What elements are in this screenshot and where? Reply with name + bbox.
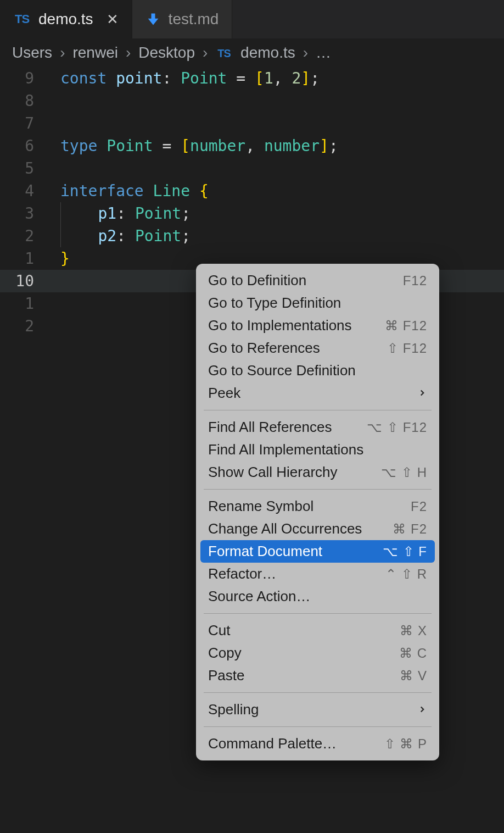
menu-item-label: Command Palette… [208, 735, 337, 752]
menu-item-label: Go to Source Definition [208, 362, 356, 379]
breadcrumb-segment[interactable]: Users [12, 44, 52, 62]
tab-label: test.md [169, 10, 219, 28]
menu-item[interactable]: Source Action… [196, 585, 439, 608]
typescript-icon: TS [13, 13, 31, 26]
menu-item-shortcut: ⌘ F12 [385, 318, 427, 334]
menu-item-label: Paste [208, 667, 245, 684]
tab-demo-ts[interactable]: TS demo.ts ✕ [0, 0, 132, 38]
line-number: 2 [0, 315, 44, 337]
menu-item-shortcut: ⌘ V [400, 668, 427, 684]
code-line[interactable]: 4 interface Line { [0, 180, 504, 202]
tab-test-md[interactable]: test.md [132, 0, 233, 38]
code-line[interactable]: 6 type Point = [number, number]; [0, 135, 504, 157]
code-content: const point: Point = [1, 2]; [44, 67, 320, 90]
menu-item-label: Change All Occurrences [208, 520, 362, 537]
menu-item-shortcut: ⇧ ⌘ P [384, 736, 427, 752]
code-line[interactable]: 9 const point: Point = [1, 2]; [0, 67, 504, 90]
menu-item-shortcut: ⌘ C [399, 646, 427, 661]
code-line[interactable]: 3 p1: Point; [0, 202, 504, 225]
menu-item[interactable]: Rename SymbolF2 [196, 495, 439, 518]
line-number: 5 [0, 157, 44, 180]
menu-item[interactable]: Go to Implementations⌘ F12 [196, 314, 439, 337]
breadcrumb-symbol[interactable]: … [316, 44, 331, 62]
menu-item-shortcut: ⇧ F12 [387, 341, 427, 356]
menu-item-label: Refactor… [208, 565, 276, 582]
menu-item[interactable]: Format Document⌥ ⇧ F [200, 540, 435, 563]
menu-item[interactable]: Refactor…⌃ ⇧ R [196, 563, 439, 585]
line-number: 1 [0, 292, 44, 315]
menu-item-label: Find All References [208, 419, 332, 436]
menu-item-shortcut: ⌘ X [400, 623, 427, 638]
menu-item-label: Spelling [208, 701, 259, 718]
code-line[interactable]: 2 p2: Point; [0, 225, 504, 247]
menu-separator [204, 726, 432, 727]
code-line[interactable]: 5 [0, 157, 504, 180]
menu-item-shortcut: F2 [411, 499, 427, 514]
typescript-icon: TS [216, 48, 232, 60]
line-number: 3 [0, 202, 44, 225]
menu-item-label: Format Document [208, 543, 322, 560]
code-content: } [44, 247, 70, 270]
line-number: 9 [0, 67, 44, 90]
line-number: 2 [0, 225, 44, 247]
menu-item-label: Rename Symbol [208, 498, 313, 515]
menu-item[interactable]: Show Call Hierarchy⌥ ⇧ H [196, 461, 439, 484]
code-content: p1: Point; [44, 202, 191, 225]
menu-item-label: Copy [208, 645, 242, 662]
close-icon[interactable]: ✕ [107, 11, 119, 28]
chevron-right-icon: › [203, 44, 208, 62]
menu-item-label: Show Call Hierarchy [208, 464, 338, 481]
chevron-right-icon: › [303, 44, 308, 62]
menu-item[interactable]: Command Palette…⇧ ⌘ P [196, 732, 439, 755]
menu-item[interactable]: Go to References⇧ F12 [196, 337, 439, 359]
context-menu: Go to DefinitionF12Go to Type Definition… [196, 264, 439, 760]
menu-item-label: Go to References [208, 340, 320, 357]
menu-item[interactable]: Find All References⌥ ⇧ F12 [196, 416, 439, 438]
menu-item-shortcut: ⌥ ⇧ F12 [367, 420, 427, 435]
chevron-right-icon: › [126, 44, 131, 62]
menu-item[interactable]: Paste⌘ V [196, 664, 439, 687]
chevron-right-icon [417, 385, 427, 402]
menu-item-shortcut: ⌘ F2 [393, 521, 427, 537]
menu-item-label: Go to Implementations [208, 317, 352, 334]
breadcrumb[interactable]: Users › renwei › Desktop › TS demo.ts › … [0, 38, 504, 67]
menu-item-shortcut: F12 [403, 273, 427, 288]
menu-item-shortcut: ⌥ ⇧ F [383, 544, 427, 559]
line-number: 10 [0, 270, 44, 292]
menu-item[interactable]: Cut⌘ X [196, 619, 439, 642]
menu-item-shortcut: ⌥ ⇧ H [381, 465, 427, 480]
menu-item-label: Source Action… [208, 588, 310, 605]
line-number: 1 [0, 247, 44, 270]
menu-item[interactable]: Peek [196, 382, 439, 404]
breadcrumb-file[interactable]: TS demo.ts [215, 44, 295, 62]
menu-item[interactable]: Go to Type Definition [196, 292, 439, 314]
code-line[interactable]: 8 [0, 90, 504, 112]
menu-item[interactable]: Go to DefinitionF12 [196, 269, 439, 292]
menu-item-shortcut: ⌃ ⇧ R [385, 567, 427, 582]
menu-item-label: Peek [208, 385, 240, 402]
breadcrumb-segment[interactable]: Desktop [138, 44, 195, 62]
menu-item-label: Cut [208, 622, 230, 639]
chevron-right-icon: › [60, 44, 65, 62]
line-number: 7 [0, 112, 44, 135]
menu-separator [204, 692, 432, 693]
tab-bar: TS demo.ts ✕ test.md [0, 0, 504, 38]
menu-separator [204, 489, 432, 490]
menu-item[interactable]: Copy⌘ C [196, 642, 439, 664]
menu-item[interactable]: Go to Source Definition [196, 359, 439, 382]
menu-separator [204, 410, 432, 410]
line-number: 8 [0, 90, 44, 112]
menu-item-label: Go to Definition [208, 272, 306, 289]
menu-item-label: Go to Type Definition [208, 295, 341, 312]
menu-item[interactable]: Find All Implementations [196, 438, 439, 461]
line-number: 4 [0, 180, 44, 202]
menu-item[interactable]: Spelling [196, 698, 439, 721]
code-line[interactable]: 7 [0, 112, 504, 135]
menu-separator [204, 613, 432, 614]
breadcrumb-segment[interactable]: renwei [72, 44, 117, 62]
menu-item[interactable]: Change All Occurrences⌘ F2 [196, 518, 439, 540]
line-number: 6 [0, 135, 44, 157]
markdown-arrow-icon [145, 12, 161, 27]
code-content: type Point = [number, number]; [44, 135, 338, 157]
menu-item-label: Find All Implementations [208, 441, 363, 458]
